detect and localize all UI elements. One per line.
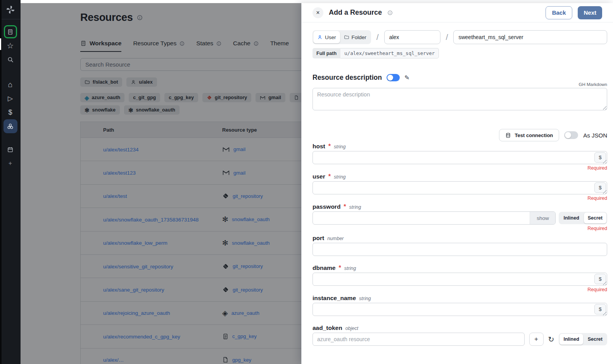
- aad-token-input[interactable]: [313, 333, 525, 346]
- search-icon: [7, 56, 14, 63]
- field-label-password: password* string: [313, 203, 602, 210]
- star-icon: ☆: [7, 42, 14, 50]
- next-button[interactable]: Next: [578, 6, 602, 19]
- owner-kind-folder[interactable]: Folder: [340, 31, 370, 43]
- required-hint: Required: [313, 165, 607, 171]
- nav-add[interactable]: +: [3, 156, 17, 170]
- user-input[interactable]: [313, 181, 607, 194]
- field-label-instance-name: instance_name string: [313, 295, 602, 302]
- drawer-header: × Add a Resource Back Next: [302, 3, 613, 22]
- drawer-title: Add a Resource: [329, 9, 382, 17]
- nav-resources[interactable]: [3, 119, 17, 133]
- plus-icon: +: [9, 160, 12, 167]
- secret-option[interactable]: Secret: [584, 213, 606, 223]
- field-label-port: port number: [313, 235, 602, 242]
- owner-kind-user[interactable]: User: [313, 31, 340, 43]
- windmill-logo-icon: [6, 5, 15, 14]
- variable-picker-button[interactable]: $: [594, 274, 606, 284]
- nav-home[interactable]: ⌂: [3, 77, 17, 91]
- path-builder: User Folder / /: [313, 30, 607, 44]
- path-name-input[interactable]: [453, 30, 607, 44]
- refresh-icon[interactable]: ↻: [548, 335, 554, 344]
- variable-picker-button[interactable]: $: [594, 304, 606, 314]
- path-owner-input[interactable]: [384, 30, 440, 44]
- test-connection-row: Test connection As JSON: [313, 129, 607, 141]
- building-icon: [4, 25, 17, 38]
- path-separator: /: [376, 33, 379, 42]
- nav-favorites[interactable]: ☆: [3, 39, 17, 53]
- resources-icon: [3, 119, 17, 133]
- user-icon: [317, 34, 323, 40]
- windmill-logo[interactable]: [0, 0, 21, 19]
- nav-search[interactable]: [3, 53, 17, 67]
- as-json-toggle[interactable]: [564, 131, 578, 139]
- pencil-icon[interactable]: ✎: [404, 74, 409, 81]
- test-connection-button[interactable]: Test connection: [499, 129, 559, 141]
- description-header: Resource description ✎: [313, 73, 602, 82]
- close-button[interactable]: ×: [313, 7, 323, 18]
- required-hint: Required: [313, 287, 607, 293]
- instance-name-input[interactable]: [313, 303, 607, 316]
- port-input[interactable]: [313, 243, 607, 256]
- variable-picker-button[interactable]: $: [594, 152, 606, 163]
- description-heading: Resource description: [313, 74, 382, 82]
- variable-picker-button[interactable]: $: [594, 182, 606, 193]
- required-hint: Required: [313, 196, 607, 201]
- owner-kind-toggle: User Folder: [313, 30, 371, 44]
- info-icon[interactable]: [387, 10, 393, 15]
- as-json-label: As JSON: [583, 132, 607, 139]
- description-toggle[interactable]: [387, 74, 400, 81]
- field-label-host: host* string: [313, 143, 602, 150]
- aad-token-storage-toggle: Inlined Secret: [559, 333, 607, 345]
- inlined-option[interactable]: Inlined: [559, 334, 583, 345]
- back-button[interactable]: Back: [546, 6, 573, 19]
- full-path-value: u/alex/sweetheart_ms_sql_server: [340, 48, 439, 58]
- required-hint: Required: [313, 226, 607, 232]
- field-label-aad-token: aad_token object: [313, 325, 602, 331]
- dbname-input[interactable]: [313, 273, 607, 286]
- password-storage-toggle: Inlined Secret: [559, 212, 607, 224]
- modal-dim-overlay[interactable]: [21, 3, 301, 364]
- close-icon: ×: [316, 9, 319, 16]
- folder-icon: [344, 34, 349, 40]
- password-input[interactable]: [313, 211, 556, 225]
- sidebar: ☆ ⌂ ▷ $ +: [0, 0, 21, 364]
- add-resource-button[interactable]: +: [529, 333, 544, 346]
- dollar-icon: $: [8, 109, 12, 116]
- calendar-icon: [7, 146, 14, 153]
- full-path-label: Full path: [313, 48, 340, 58]
- secret-option[interactable]: Secret: [584, 334, 606, 345]
- inlined-option[interactable]: Inlined: [559, 213, 583, 223]
- markdown-hint: GH Markdown: [313, 82, 607, 88]
- nav-schedules[interactable]: [3, 143, 17, 156]
- field-label-dbname: dbname* string: [313, 264, 602, 271]
- drawer-edge-notch: [0, 38, 1, 50]
- path-separator: /: [446, 33, 448, 42]
- description-textarea[interactable]: [313, 88, 607, 110]
- database-icon: [505, 132, 511, 138]
- play-icon: ▷: [8, 95, 13, 102]
- full-path: Full path u/alex/sweetheart_ms_sql_serve…: [313, 48, 439, 58]
- home-icon: ⌂: [8, 81, 12, 88]
- nav-runs[interactable]: ▷: [3, 91, 17, 105]
- nav-workspace[interactable]: [3, 25, 17, 39]
- field-label-user: user* string: [313, 173, 602, 180]
- show-password-button[interactable]: show: [530, 212, 555, 224]
- nav-variables[interactable]: $: [3, 105, 17, 119]
- host-input[interactable]: [313, 151, 607, 164]
- add-resource-drawer: × Add a Resource Back Next User Folder /…: [301, 3, 613, 364]
